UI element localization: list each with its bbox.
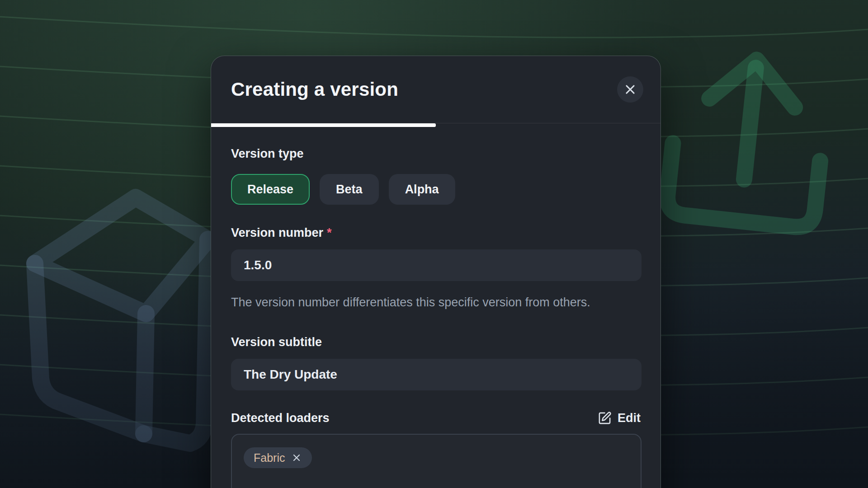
modal-body: Version type Release Beta Alpha Version … [211,127,660,488]
close-icon [623,83,637,96]
version-number-input[interactable] [231,249,642,281]
detected-loaders-label: Detected loaders [231,411,330,426]
version-type-alpha[interactable]: Alpha [389,174,455,205]
version-number-help: The version number differentiates this s… [231,294,593,311]
required-asterisk: * [327,226,332,239]
version-type-release[interactable]: Release [231,174,310,205]
progress-bar [211,123,660,127]
version-subtitle-label: Version subtitle [231,335,641,350]
loader-chip-fabric: Fabric [244,447,312,468]
modal-title: Creating a version [231,79,398,100]
edit-loaders-button[interactable]: Edit [598,411,641,425]
remove-icon [291,452,302,463]
detected-loaders-box: Fabric [231,434,642,488]
create-version-modal: Creating a version Version type Release … [211,56,661,488]
screen: Creating a version Version type Release … [0,0,868,488]
version-type-selector: Release Beta Alpha [231,174,641,205]
loader-chip-label: Fabric [254,451,285,465]
edit-label: Edit [618,411,641,425]
close-button[interactable] [617,76,643,103]
version-number-label: Version number* [231,225,641,240]
progress-fill [211,123,436,127]
version-type-beta[interactable]: Beta [320,174,379,205]
modal-header: Creating a version [211,56,660,123]
remove-loader-button[interactable] [291,452,302,463]
version-number-label-text: Version number [231,226,323,239]
version-type-label: Version type [231,146,641,161]
version-subtitle-input[interactable] [231,359,642,390]
edit-icon [598,411,612,425]
detected-loaders-row: Detected loaders Edit [231,411,641,426]
